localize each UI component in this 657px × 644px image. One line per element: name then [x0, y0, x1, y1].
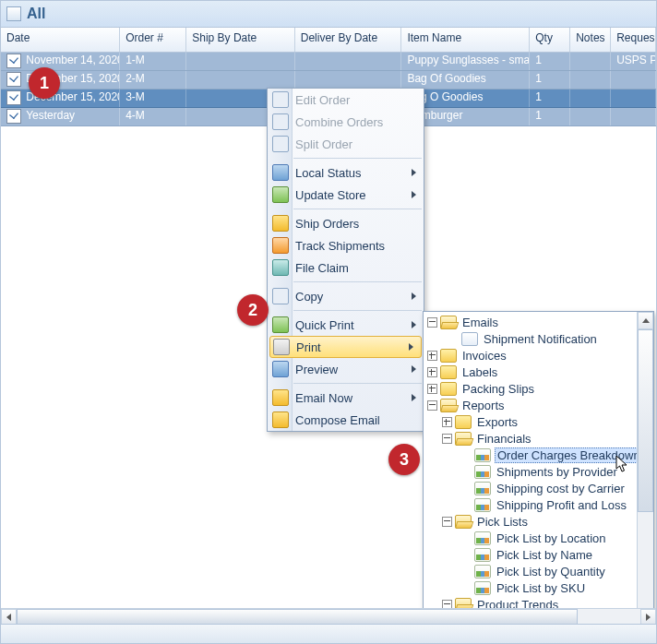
chevron-right-icon [412, 169, 416, 176]
folder-open-icon [455, 432, 472, 446]
tree-node-picklist-sku[interactable]: Pick List by SKU [424, 579, 637, 596]
tree-node-emails[interactable]: Emails [424, 314, 637, 330]
col-date[interactable]: Date [1, 28, 120, 52]
tree-node-shipping-profit-and-loss[interactable]: Shipping Profit and Loss [424, 496, 637, 513]
tree-node-shipping-cost-by-carrier[interactable]: Shipping cost by Carrier [424, 480, 637, 496]
cell-order: 1-M [120, 53, 186, 70]
print-tree: Emails Shipment Notification Invoices La… [424, 312, 637, 638]
col-ship-by[interactable]: Ship By Date [186, 28, 295, 52]
combine-icon [272, 113, 289, 130]
tree-node-picklist-quantity[interactable]: Pick List by Quantity [424, 563, 637, 579]
tree-node-pick-lists[interactable]: Pick Lists [424, 513, 637, 530]
tree-node-reports[interactable]: Reports [424, 397, 637, 413]
col-deliver-by[interactable]: Deliver By Date [295, 28, 402, 52]
claim-icon [272, 259, 289, 276]
window-icon [6, 6, 21, 21]
document-icon [461, 332, 478, 346]
collapse-icon[interactable] [427, 400, 437, 411]
scroll-right-button[interactable] [640, 609, 656, 625]
row-checkbox[interactable] [6, 109, 21, 124]
folder-icon [440, 382, 457, 396]
menu-separator [293, 158, 422, 159]
box-icon [272, 215, 289, 232]
mouse-cursor-icon [615, 455, 628, 473]
menu-update-store[interactable]: Update Store [268, 184, 424, 206]
menu-preview[interactable]: Preview [268, 358, 424, 380]
menu-compose-email[interactable]: Compose Email [268, 409, 424, 431]
collapse-icon[interactable] [427, 317, 437, 328]
menu-split-order[interactable]: Split Order [268, 133, 424, 155]
scroll-left-button[interactable] [1, 609, 17, 625]
menu-local-status[interactable]: Local Status [268, 161, 424, 184]
col-requested[interactable]: Reques [611, 28, 656, 52]
scroll-up-button[interactable] [638, 312, 653, 329]
quick-print-icon [272, 316, 289, 333]
col-item[interactable]: Item Name [401, 28, 530, 52]
tree-node-packing-slips[interactable]: Packing Slips [424, 380, 637, 397]
title-bar: All [1, 1, 656, 28]
report-icon [474, 482, 491, 495]
tree-node-shipment-notification[interactable]: Shipment Notification [424, 330, 637, 347]
tree-node-financials[interactable]: Financials [424, 430, 637, 447]
menu-track-shipments[interactable]: Track Shipments [268, 234, 424, 256]
grid-hscrollbar[interactable] [1, 608, 656, 625]
expand-icon[interactable] [442, 417, 452, 427]
row-checkbox[interactable] [6, 54, 21, 68]
chevron-up-icon [642, 318, 650, 323]
scroll-track[interactable] [638, 329, 653, 621]
preview-icon [272, 361, 289, 377]
table-row[interactable]: November 14, 2020 1-M Puppy Sunglasses -… [1, 53, 656, 71]
cell-qty: 1 [530, 53, 570, 70]
expand-icon[interactable] [427, 351, 437, 361]
submenu-scrollbar[interactable] [637, 312, 653, 638]
report-icon [474, 465, 491, 479]
tree-node-shipments-by-provider[interactable]: Shipments by Provider [424, 463, 637, 480]
tree-node-invoices[interactable]: Invoices [424, 347, 637, 364]
table-row[interactable]: December 15, 2020 2-M Bag Of Goodies 1 [1, 71, 656, 89]
collapse-icon[interactable] [442, 434, 452, 444]
report-icon [474, 448, 491, 462]
cell-date: November 14, 2020 [26, 54, 120, 66]
chevron-right-icon [409, 343, 413, 351]
window-title: All [27, 6, 45, 22]
compose-icon [272, 411, 289, 428]
folder-icon [440, 349, 457, 363]
menu-combine-orders[interactable]: Combine Orders [268, 111, 424, 133]
menu-quick-print[interactable]: Quick Print [268, 314, 424, 336]
tree-node-exports[interactable]: Exports [424, 413, 637, 430]
chevron-right-icon [412, 365, 416, 373]
col-qty[interactable]: Qty [530, 28, 570, 52]
col-order[interactable]: Order # [120, 28, 186, 52]
edit-icon [272, 91, 289, 108]
tree-node-order-charges-breakdown[interactable]: Order Charges Breakdown [424, 447, 637, 463]
email-icon [272, 389, 289, 406]
expand-icon[interactable] [427, 384, 437, 394]
menu-email-now[interactable]: Email Now [268, 387, 424, 409]
report-icon [474, 565, 491, 578]
expand-icon[interactable] [427, 367, 437, 377]
menu-ship-orders[interactable]: Ship Orders [268, 212, 424, 234]
store-icon [272, 186, 289, 203]
context-menu: Edit Order Combine Orders Split Order Lo… [267, 88, 424, 432]
truck-icon [272, 237, 289, 254]
cell-item: Puppy Sunglasses - small [401, 53, 530, 70]
scroll-thumb[interactable] [638, 329, 653, 512]
tree-node-labels[interactable]: Labels [424, 364, 637, 380]
copy-icon [272, 288, 289, 304]
menu-print[interactable]: Print [269, 336, 422, 358]
menu-edit-order[interactable]: Edit Order [268, 89, 424, 111]
cell-req: USPS P [611, 53, 656, 70]
scroll-track[interactable] [17, 609, 640, 625]
printer-icon [273, 339, 290, 355]
report-icon [474, 498, 491, 512]
menu-copy[interactable]: Copy [268, 285, 424, 307]
tree-node-picklist-location[interactable]: Pick List by Location [424, 530, 637, 546]
collapse-icon[interactable] [442, 517, 452, 527]
row-checkbox[interactable] [6, 72, 21, 87]
col-notes[interactable]: Notes [570, 28, 611, 52]
scroll-thumb[interactable] [17, 609, 578, 625]
tree-node-picklist-name[interactable]: Pick List by Name [424, 546, 637, 563]
row-checkbox[interactable] [6, 90, 21, 105]
menu-file-claim[interactable]: File Claim [268, 256, 424, 279]
chevron-right-icon [412, 191, 416, 198]
